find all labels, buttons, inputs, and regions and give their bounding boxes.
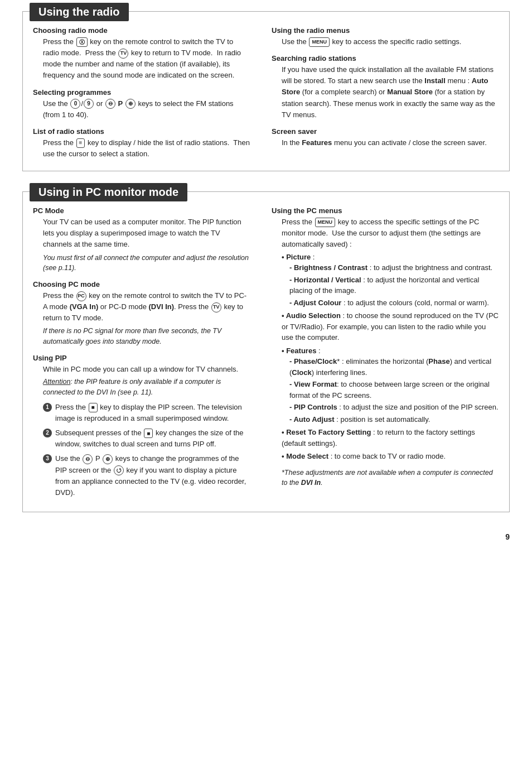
key-tv2: TV: [211, 302, 221, 312]
sub-brightness-contrast: Brightness / Contrast : to adjust the br…: [289, 262, 499, 273]
section-pc-monitor-title: Using in PC monitor mode: [30, 183, 187, 201]
pc-col-left: PC Mode Your TV can be used as a compute…: [33, 206, 266, 502]
subsection-using-radio-menus-body: Use the MENU key to access the specific …: [282, 36, 499, 47]
subsection-choosing-pc-mode-title: Choosing PC mode: [33, 280, 250, 288]
key-menu-radio: MENU: [309, 37, 330, 47]
sub-list-picture: Brightness / Contrast : to adjust the br…: [289, 262, 499, 308]
subsection-searching-radio-stations-body: If you have used the quick installation …: [282, 64, 499, 121]
subsection-choosing-radio-mode-body: Press the Ⓧ key on the remote control to…: [43, 36, 250, 81]
subsection-list-radio-stations-title: List of radio stations: [33, 127, 250, 136]
subsection-using-pip-title: Using PIP: [33, 354, 250, 362]
subsection-list-radio-stations-body: Press the ≡ key to display / hide the li…: [43, 137, 250, 160]
key-radio: Ⓧ: [76, 37, 88, 47]
subsection-searching-radio-stations-title: Searching radio stations: [272, 54, 499, 62]
subsection-using-pc-menus-title: Using the PC menus: [272, 206, 499, 215]
key-menu-pc: MENU: [315, 218, 336, 227]
step-number-3: 3: [43, 454, 52, 463]
key-list: ≡: [76, 138, 85, 148]
bullet-features: Features : Phase/Clock* : eliminates the…: [282, 345, 499, 425]
pip-step-2: 2 Subsequent presses of the ■ key change…: [43, 427, 250, 450]
page-number: 9: [22, 532, 510, 541]
pc-footer-note: *These adjustments are not available whe…: [282, 468, 499, 489]
key-tv: TV: [118, 49, 128, 59]
subsection-using-pip-body: While in PC mode you can call up a windo…: [43, 364, 250, 498]
subsection-choosing-radio-mode-title: Choosing radio mode: [33, 26, 250, 35]
pc-feature-list: Picture : Brightness / Contrast : to adj…: [282, 252, 499, 462]
section-radio-title: Using the radio: [30, 3, 129, 21]
sub-list-features: Phase/Clock* : eliminates the horizontal…: [289, 356, 499, 425]
key-0: 0: [70, 99, 80, 109]
key-9: 9: [84, 99, 94, 109]
bullet-audio-selection: Audio Selection : to choose the sound re…: [282, 310, 499, 343]
subsection-selecting-programmes-title: Selecting programmes: [33, 88, 250, 97]
key-pip1: ■: [89, 403, 98, 412]
subsection-screen-saver-body: In the Features menu you can activate / …: [282, 137, 499, 148]
page-wrapper: Using the radio Choosing radio mode Pres…: [22, 11, 510, 541]
key-pc: PC: [76, 291, 86, 301]
pip-step-1: 1 Press the ■ key to display the PIP scr…: [43, 402, 250, 424]
subsection-using-radio-menus-title: Using the radio menus: [272, 26, 499, 35]
bullet-mode-select: Mode Select : to come back to TV or radi…: [282, 451, 499, 462]
bullet-reset: Reset To Factory Setting : to return to …: [282, 427, 499, 449]
bullet-picture: Picture : Brightness / Contrast : to adj…: [282, 252, 499, 309]
subsection-selecting-programmes-body: Use the 0/9 or ⊖ P ⊕ keys to select the …: [43, 98, 250, 121]
radio-col-left: Choosing radio mode Press the Ⓧ key on t…: [33, 26, 266, 161]
sub-phase-clock: Phase/Clock* : eliminates the horizontal…: [289, 356, 499, 378]
sub-auto-adjust: Auto Adjust : position is set automatica…: [289, 414, 499, 425]
radio-col-right: Using the radio menus Use the MENU key t…: [266, 26, 499, 161]
key-minus: ⊖: [105, 99, 115, 109]
key-pip2: ■: [144, 429, 153, 438]
subsection-pc-mode-body: Your TV can be used as a computer monito…: [43, 217, 250, 273]
sub-horizontal-vertical: Horizontal / Vertical : to adjust the ho…: [289, 275, 499, 296]
subsection-screen-saver-title: Screen saver: [272, 127, 499, 136]
sub-adjust-colour: Adjust Colour : to adjust the colours (c…: [289, 297, 499, 309]
pip-step-3: 3 Use the ⊖ P ⊕ keys to change the progr…: [43, 453, 250, 498]
key-plus2: ⊕: [103, 454, 113, 464]
subsection-pc-mode-title: PC Mode: [33, 206, 250, 215]
pc-col-right: Using the PC menus Press the MENU key to…: [266, 206, 499, 502]
key-plus: ⊕: [125, 99, 136, 109]
sub-pip-controls: PIP Controls : to adjust the size and po…: [289, 402, 499, 413]
subsection-choosing-pc-mode-body: Press the PC key on the remote control t…: [43, 290, 250, 347]
section-radio-content: Choosing radio mode Press the Ⓧ key on t…: [33, 26, 499, 161]
step-number-1: 1: [43, 403, 52, 412]
key-arrow: ⭯: [114, 465, 124, 475]
section-pc-monitor: Using in PC monitor mode PC Mode Your TV…: [22, 191, 510, 512]
sub-view-format: View Format: to choose between large scr…: [289, 379, 499, 401]
section-radio: Using the radio Choosing radio mode Pres…: [22, 11, 510, 171]
step-number-2: 2: [43, 429, 52, 437]
section-pc-monitor-content: PC Mode Your TV can be used as a compute…: [33, 206, 499, 502]
key-minus2: ⊖: [83, 454, 93, 464]
subsection-using-pc-menus-body: Press the MENU key to access the specifi…: [282, 217, 499, 250]
